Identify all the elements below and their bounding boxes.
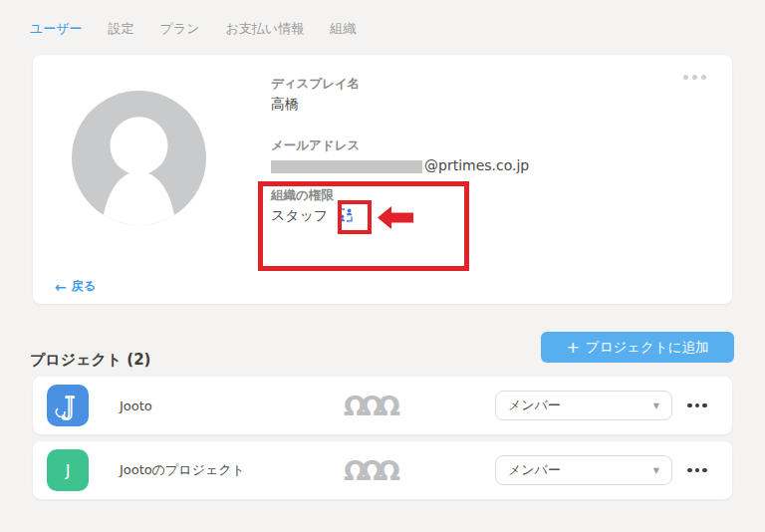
projects-heading: プロジェクト (2) [30,351,150,370]
project-logo: J [47,449,89,491]
tab-billing[interactable]: お支払い情報 [226,20,305,38]
settings-tab-bar: ユーザー 設定 プラン お支払い情報 組織 [30,20,356,38]
tab-users[interactable]: ユーザー [30,20,83,38]
email-domain: @prtimes.co.jp [424,157,529,173]
caret-down-icon: ▼ [653,401,659,410]
caret-down-icon: ▼ [653,466,659,475]
change-role-icon[interactable] [338,207,354,223]
card-ellipsis-menu-button[interactable] [683,75,706,80]
row-ellipsis-menu-button[interactable] [687,377,707,434]
members-icon [344,441,394,499]
project-name: Jooto [120,377,152,434]
members-icon [344,377,394,434]
email-redaction-bar [271,160,422,173]
role-select[interactable]: メンバー ▼ [495,391,672,420]
annotation-arrow-icon [378,206,413,229]
jooto-logo: J [47,385,89,426]
arrow-left-icon: ← [55,281,67,293]
user-profile-card: ディスプレイ名 高橋 メールアドレス @prtimes.co.jp 組織の権限 … [33,55,732,304]
add-to-project-label: プロジェクトに追加 [586,339,709,357]
row-ellipsis-menu-button[interactable] [687,441,707,499]
logo-letter: J [65,461,71,480]
tab-settings[interactable]: 設定 [109,20,134,38]
project-row: J Jooto メンバー ▼ [33,377,732,434]
permission-field: 組織の権限 スタッフ [271,187,354,225]
permission-label: 組織の権限 [271,187,354,203]
email-value: @prtimes.co.jp [271,155,529,175]
plus-icon: + [566,341,579,355]
back-button[interactable]: ← 戻る [55,278,96,295]
role-selected-value: メンバー [508,397,561,414]
email-field: メールアドレス @prtimes.co.jp [271,137,529,175]
project-name: Jootoのプロジェクト [120,441,245,499]
display-name-value: 高橋 [271,94,360,114]
add-to-project-button[interactable]: + プロジェクトに追加 [541,332,734,363]
back-label: 戻る [72,278,96,295]
tab-organization[interactable]: 組織 [330,20,356,38]
display-name-label: ディスプレイ名 [271,76,360,92]
user-settings-page: ユーザー 設定 プラン お支払い情報 組織 ディスプレイ名 高橋 メールアドレス… [0,0,765,532]
email-label: メールアドレス [271,137,529,153]
display-name-field: ディスプレイ名 高橋 [271,76,360,114]
role-selected-value: メンバー [508,461,561,479]
person-placeholder-icon [72,91,206,225]
permission-value: スタッフ [271,205,328,225]
role-select[interactable]: メンバー ▼ [495,455,672,485]
project-row: J Jootoのプロジェクト メンバー ▼ [33,441,732,499]
avatar-placeholder [72,91,206,225]
tab-plan[interactable]: プラン [160,20,200,38]
